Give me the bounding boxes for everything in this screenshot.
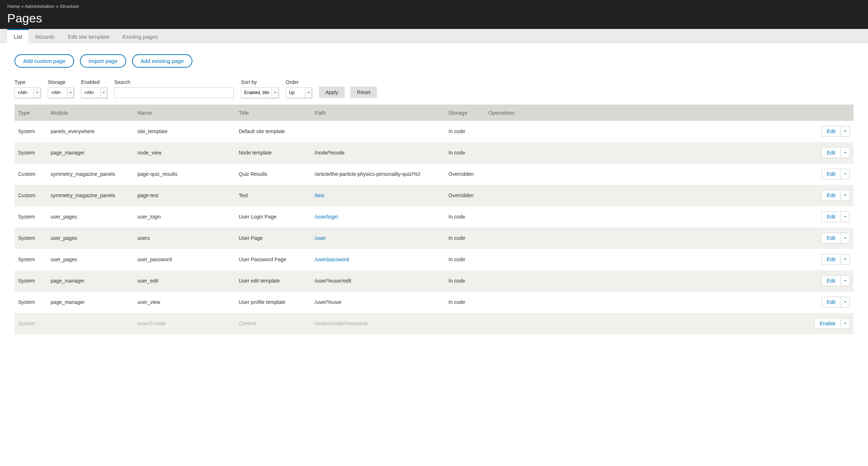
operation-dropdown[interactable]: Edit bbox=[821, 190, 850, 201]
action-buttons: Add custom page Import page Add existing… bbox=[14, 54, 854, 68]
search-input[interactable] bbox=[114, 87, 234, 98]
col-type[interactable]: Type bbox=[14, 105, 47, 121]
cell-storage: In code bbox=[445, 292, 485, 313]
table-row: Systempage_managernode_viewNode template… bbox=[14, 142, 854, 164]
enable-button[interactable]: Enable bbox=[814, 318, 841, 329]
edit-button[interactable]: Edit bbox=[822, 169, 841, 179]
cell-title: User Password Page bbox=[235, 249, 311, 270]
cell-path bbox=[311, 121, 445, 142]
filter-enabled: Enabled <All> bbox=[81, 79, 107, 98]
operation-dropdown[interactable]: Edit bbox=[821, 126, 850, 137]
filter-enabled-select[interactable]: <All> bbox=[81, 89, 107, 97]
col-title[interactable]: Title bbox=[235, 105, 311, 121]
edit-button[interactable]: Edit bbox=[822, 148, 841, 158]
filter-enabled-label: Enabled bbox=[81, 79, 107, 85]
path-link[interactable]: /user/login bbox=[315, 214, 338, 220]
add-custom-page-button[interactable]: Add custom page bbox=[14, 54, 74, 68]
tab-list[interactable]: List bbox=[7, 29, 29, 43]
cell-title: Content bbox=[235, 313, 311, 334]
cell-name: users bbox=[134, 228, 235, 249]
col-storage[interactable]: Storage bbox=[445, 105, 485, 121]
filter-order-select[interactable]: Up bbox=[286, 89, 311, 97]
cell-name: site_template bbox=[134, 121, 235, 142]
cell-title: User profile template bbox=[235, 292, 311, 313]
add-existing-page-button[interactable]: Add existing page bbox=[132, 54, 192, 68]
cell-module: user_pages bbox=[47, 249, 134, 270]
cell-module: user_pages bbox=[47, 206, 134, 228]
apply-button[interactable]: Apply bbox=[319, 86, 345, 98]
operation-dropdown-toggle[interactable] bbox=[841, 212, 850, 222]
cell-title: Quiz Results bbox=[235, 164, 311, 185]
operation-dropdown[interactable]: Edit bbox=[821, 254, 850, 265]
path-link[interactable]: /user/password bbox=[315, 257, 349, 262]
cell-operations: Edit bbox=[485, 292, 854, 313]
operation-dropdown-toggle[interactable] bbox=[841, 276, 850, 286]
col-path[interactable]: Path bbox=[311, 105, 445, 121]
cell-module: page_manager bbox=[47, 292, 134, 313]
reset-button[interactable]: Reset bbox=[350, 86, 377, 98]
cell-operations: Edit bbox=[485, 121, 854, 142]
operation-dropdown-toggle[interactable] bbox=[841, 190, 850, 200]
table-row: Customsymmetry_magazine_panelspage-quiz_… bbox=[14, 164, 854, 185]
tab-existing-pages[interactable]: Existing pages bbox=[116, 29, 165, 43]
cell-storage: In code bbox=[445, 142, 485, 164]
operation-dropdown-toggle[interactable] bbox=[841, 169, 850, 179]
operation-dropdown[interactable]: Edit bbox=[821, 275, 850, 286]
path-link[interactable]: /test bbox=[315, 192, 324, 198]
cell-module: page_manager bbox=[47, 142, 134, 164]
operation-dropdown[interactable]: Edit bbox=[821, 297, 850, 308]
edit-button[interactable]: Edit bbox=[822, 233, 841, 243]
path-link[interactable]: /user bbox=[315, 235, 326, 241]
col-name[interactable]: Name bbox=[134, 105, 235, 121]
caret-down-icon bbox=[844, 322, 847, 325]
operation-dropdown-toggle[interactable] bbox=[841, 318, 850, 329]
breadcrumb-link[interactable]: Administration bbox=[25, 4, 54, 9]
cell-module: panels_everywhere bbox=[47, 121, 134, 142]
cell-operations: Edit bbox=[485, 228, 854, 249]
cell-type: Custom bbox=[14, 185, 47, 206]
edit-button[interactable]: Edit bbox=[822, 190, 841, 200]
caret-down-icon bbox=[844, 279, 847, 282]
filter-storage: Storage <All> bbox=[48, 79, 74, 98]
col-operations[interactable]: Operations bbox=[485, 105, 854, 121]
import-page-button[interactable]: Import page bbox=[80, 54, 126, 68]
cell-title: Test bbox=[235, 185, 311, 206]
operation-dropdown[interactable]: Edit bbox=[821, 233, 850, 243]
operation-dropdown-toggle[interactable] bbox=[841, 297, 850, 307]
cell-type: System bbox=[14, 249, 47, 270]
operation-dropdown[interactable]: Enable bbox=[814, 318, 850, 329]
operation-dropdown[interactable]: Edit bbox=[821, 169, 850, 179]
operation-dropdown-toggle[interactable] bbox=[841, 126, 850, 136]
filter-type-select[interactable]: <All> bbox=[15, 89, 40, 97]
breadcrumb-link[interactable]: Structure bbox=[60, 4, 79, 9]
cell-type: System bbox=[14, 142, 47, 164]
operation-dropdown-toggle[interactable] bbox=[841, 148, 850, 158]
edit-button[interactable]: Edit bbox=[822, 297, 841, 307]
tab-edit-site-template[interactable]: Edit site template bbox=[61, 29, 116, 43]
operation-dropdown-toggle[interactable] bbox=[841, 254, 850, 264]
operation-dropdown[interactable]: Edit bbox=[821, 147, 850, 158]
edit-button[interactable]: Edit bbox=[822, 212, 841, 222]
breadcrumb-link[interactable]: Home bbox=[7, 4, 20, 9]
cell-operations: Edit bbox=[485, 185, 854, 206]
table-body: Systempanels_everywheresite_templateDefa… bbox=[14, 121, 854, 334]
caret-down-icon bbox=[844, 237, 847, 240]
edit-button[interactable]: Edit bbox=[822, 254, 841, 264]
cell-type: System bbox=[14, 313, 47, 334]
edit-button[interactable]: Edit bbox=[822, 276, 841, 286]
cell-storage: Overridden bbox=[445, 164, 485, 185]
cell-storage: In code bbox=[445, 228, 485, 249]
edit-button[interactable]: Edit bbox=[822, 126, 841, 136]
filter-storage-select[interactable]: <All> bbox=[48, 89, 73, 97]
col-module[interactable]: Module bbox=[47, 105, 134, 121]
cell-module: page_manager bbox=[47, 270, 134, 292]
operation-dropdown-toggle[interactable] bbox=[841, 233, 850, 243]
tab-wizards[interactable]: Wizards bbox=[29, 29, 61, 43]
cell-title: User Login Page bbox=[235, 206, 311, 228]
operation-dropdown[interactable]: Edit bbox=[821, 211, 850, 222]
caret-down-icon bbox=[844, 258, 847, 261]
filter-sort-by-select[interactable]: Enabled, title bbox=[241, 89, 278, 97]
cell-name: search-node bbox=[134, 313, 235, 334]
cell-name: node_view bbox=[134, 142, 235, 164]
table-row: Systemuser_pagesuser_passwordUser Passwo… bbox=[14, 249, 854, 270]
